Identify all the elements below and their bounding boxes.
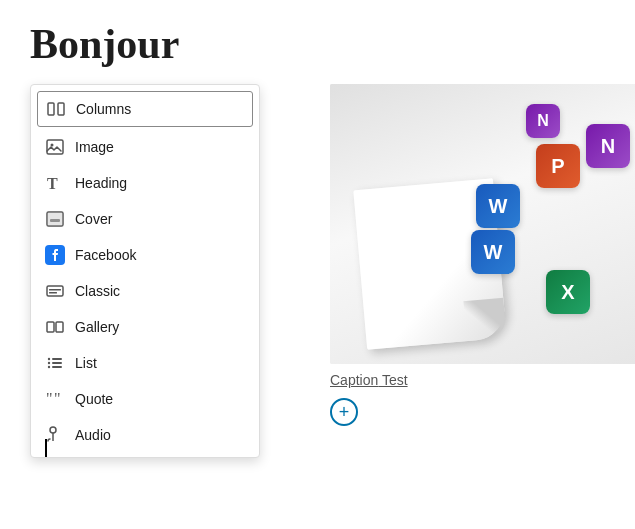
menu-label-heading: Heading (75, 175, 127, 191)
onenote-icon-2: N (526, 104, 560, 138)
svg-rect-9 (47, 286, 63, 296)
menu-label-columns: Columns (76, 101, 131, 117)
office-background: P W X N W N (330, 84, 635, 364)
svg-rect-13 (56, 322, 63, 332)
menu-label-cover: Cover (75, 211, 112, 227)
menu-label-gallery: Gallery (75, 319, 119, 335)
svg-rect-12 (47, 322, 54, 332)
caption-area: Caption Test (330, 372, 635, 388)
menu-label-quote: Quote (75, 391, 113, 407)
menu-label-facebook: Facebook (75, 247, 136, 263)
svg-rect-2 (47, 140, 63, 154)
svg-text:": " (54, 390, 61, 407)
word-icon-2: W (471, 230, 515, 274)
menu-item-facebook[interactable]: Facebook (31, 237, 259, 273)
svg-point-14 (48, 358, 50, 360)
excel-icon: X (546, 270, 590, 314)
menu-item-columns[interactable]: Columns (37, 91, 253, 127)
menu-label-classic: Classic (75, 283, 120, 299)
quote-icon: " " (45, 389, 65, 409)
block-inserter-menu: Columns Image (30, 84, 260, 458)
word-icon: W (476, 184, 520, 228)
text-cursor (45, 439, 47, 457)
menu-item-heading[interactable]: T Heading (31, 165, 259, 201)
content-area: Columns Image (30, 84, 605, 426)
svg-point-3 (51, 144, 54, 147)
svg-text:": " (46, 390, 53, 407)
svg-rect-7 (50, 219, 60, 222)
left-column: Columns Image (30, 84, 310, 426)
classic-icon (45, 281, 65, 301)
powerpoint-icon: P (536, 144, 580, 188)
page-title: Bonjour (30, 20, 605, 68)
gallery-icon (45, 317, 65, 337)
svg-rect-11 (49, 292, 57, 294)
image-block: P W X N W N (330, 84, 635, 364)
svg-point-22 (50, 427, 56, 433)
svg-point-16 (48, 362, 50, 364)
menu-item-image[interactable]: Image (31, 129, 259, 165)
svg-rect-0 (48, 103, 54, 115)
menu-item-quote[interactable]: " " Quote (31, 381, 259, 417)
caption-text: Caption Test (330, 372, 408, 388)
facebook-icon (45, 245, 65, 265)
image-icon (45, 137, 65, 157)
svg-rect-17 (52, 362, 62, 364)
onenote-icon: N (586, 124, 630, 168)
caption-suffix: Test (378, 372, 407, 388)
page-wrapper: Bonjour Columns (0, 0, 635, 446)
add-button-area: + (330, 398, 635, 426)
svg-rect-15 (52, 358, 62, 360)
menu-label-image: Image (75, 139, 114, 155)
menu-item-audio[interactable]: Audio (31, 417, 259, 453)
add-block-button[interactable]: + (330, 398, 358, 426)
caption-underlined: Caption (330, 372, 378, 388)
svg-rect-10 (49, 289, 61, 291)
svg-text:T: T (47, 175, 58, 192)
columns-icon (46, 99, 66, 119)
right-column: P W X N W N Caption Test + (330, 84, 635, 426)
menu-item-list[interactable]: List (31, 345, 259, 381)
menu-label-list: List (75, 355, 97, 371)
list-icon (45, 353, 65, 373)
heading-icon: T (45, 173, 65, 193)
audio-icon (45, 425, 65, 445)
svg-rect-1 (58, 103, 64, 115)
svg-rect-19 (52, 366, 62, 368)
menu-label-audio: Audio (75, 427, 111, 443)
menu-item-classic[interactable]: Classic (31, 273, 259, 309)
cover-icon (45, 209, 65, 229)
menu-item-gallery[interactable]: Gallery (31, 309, 259, 345)
svg-point-18 (48, 366, 50, 368)
menu-item-cover[interactable]: Cover (31, 201, 259, 237)
